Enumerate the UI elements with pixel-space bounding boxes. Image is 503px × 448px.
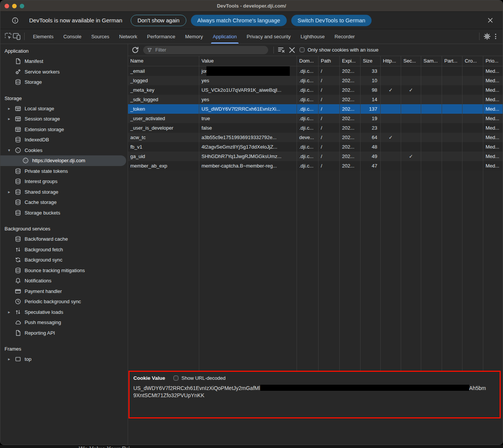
cell-expires[interactable]: 202...	[340, 76, 361, 85]
switch-devtools-german-button[interactable]: Switch DevTools to German	[291, 15, 372, 26]
cell-samesite[interactable]	[421, 152, 442, 161]
cell-path[interactable]: /	[319, 133, 340, 142]
sidebar-item-background-fetch[interactable]: Background fetch	[0, 244, 128, 255]
cell-size[interactable]: 19	[361, 114, 381, 123]
cell-cross[interactable]	[462, 161, 483, 171]
cell-partition[interactable]	[442, 66, 462, 76]
column-header-cross[interactable]: Cro...	[462, 56, 483, 66]
cookie-row-token[interactable]: _tokenUS_dWDY6V7f2RRCxh61EvnIzXi....dji.…	[128, 104, 503, 114]
column-header-expires[interactable]: Expi...	[340, 56, 361, 66]
sidebar-item-storage-buckets[interactable]: Storage buckets	[0, 208, 128, 218]
column-header-http[interactable]: Http...	[381, 56, 401, 66]
cell-secure[interactable]	[401, 66, 421, 76]
cell-domain[interactable]: .dji.c...	[297, 114, 319, 123]
cell-size[interactable]: 47	[361, 161, 381, 171]
close-window-button[interactable]	[5, 4, 9, 8]
tab-lighthouse[interactable]: Lighthouse	[296, 29, 330, 44]
sidebar-item-bounce-tracking-mitigations[interactable]: Bounce tracking mitigations	[0, 265, 128, 276]
cell-secure[interactable]	[401, 114, 421, 123]
chevron-right-icon[interactable]: ▸	[6, 187, 12, 197]
cell-value[interactable]: member-captcha.B~member-reg...	[199, 161, 297, 171]
cell-domain[interactable]: deve...	[297, 133, 319, 142]
cookie-row-fb-v1[interactable]: fb_v14t2agvSeGmz8YjSg17ddXeloJjZ....dji.…	[128, 142, 503, 152]
cookie-row-logged[interactable]: _loggedyes.dji.c.../202...10Med...	[128, 76, 503, 85]
cell-http[interactable]	[381, 76, 401, 85]
cell-path[interactable]: /	[319, 95, 340, 104]
cookie-row-email[interactable]: _emailjor.dji.c.../202...33Med...	[128, 66, 503, 76]
cell-domain[interactable]: .dji.c...	[297, 152, 319, 161]
fullscreen-window-button[interactable]	[20, 4, 24, 8]
cell-priority[interactable]: Med...	[483, 76, 503, 85]
cell-expires[interactable]: 202...	[340, 104, 361, 114]
cell-partition[interactable]	[442, 123, 462, 133]
cell-cross[interactable]	[462, 133, 483, 142]
cell-secure[interactable]	[401, 95, 421, 104]
cell-size[interactable]: 14	[361, 95, 381, 104]
cell-cross[interactable]	[462, 104, 483, 114]
cell-value[interactable]: US_dWDY6V7f2RRCxh61EvnIzXi...	[199, 104, 297, 114]
cell-samesite[interactable]	[421, 95, 442, 104]
cell-value[interactable]: jor	[199, 66, 297, 76]
cell-path[interactable]: /	[319, 66, 340, 76]
cell-partition[interactable]	[442, 85, 462, 95]
cell-partition[interactable]	[442, 76, 462, 85]
always-match-language-button[interactable]: Always match Chrome's language	[191, 15, 287, 26]
cookie-row-user-is-developer[interactable]: _user_is_developerfalse.dji.c.../202...2…	[128, 123, 503, 133]
column-header-size[interactable]: Size	[361, 56, 381, 66]
cell-samesite[interactable]	[421, 104, 442, 114]
cell-http[interactable]	[381, 142, 401, 152]
cell-value[interactable]: 4t2agvSeGmz8YjSg17ddXeloJjZ...	[199, 142, 297, 152]
cell-samesite[interactable]	[421, 66, 442, 76]
sidebar-item-push-messaging[interactable]: Push messaging	[0, 317, 128, 328]
column-header-samesite[interactable]: Sam...	[421, 56, 442, 66]
cell-priority[interactable]: Med...	[483, 133, 503, 142]
cell-priority[interactable]: Med...	[483, 104, 503, 114]
cell-cross[interactable]	[462, 142, 483, 152]
delete-cookies-icon[interactable]	[288, 46, 296, 54]
filter-input[interactable]: Filter	[143, 46, 268, 54]
cell-value[interactable]: true	[199, 114, 297, 123]
cell-expires[interactable]: 202...	[340, 114, 361, 123]
tab-application[interactable]: Application	[208, 29, 242, 44]
column-header-value[interactable]: Value	[199, 56, 297, 66]
cell-priority[interactable]: Med...	[483, 123, 503, 133]
cookie-row-acw-tc[interactable]: acw_tca3b55c9e17519936919332792e...deve.…	[128, 133, 503, 142]
cell-partition[interactable]	[442, 161, 462, 171]
tab-console[interactable]: Console	[58, 29, 86, 44]
cell-samesite[interactable]	[421, 161, 442, 171]
cell-http[interactable]: ✓	[381, 133, 401, 142]
clear-filter-icon[interactable]	[277, 46, 286, 54]
sidebar-item-service-workers[interactable]: Service workers	[0, 67, 128, 77]
cell-priority[interactable]: Med...	[483, 95, 503, 104]
cell-samesite[interactable]	[421, 133, 442, 142]
sidebar-item-cookies[interactable]: ▾Cookies	[0, 145, 128, 156]
cell-path[interactable]: /	[319, 161, 340, 171]
cell-samesite[interactable]	[421, 85, 442, 95]
cell-partition[interactable]	[442, 104, 462, 114]
cell-priority[interactable]: Med...	[483, 161, 503, 171]
cell-http[interactable]	[381, 114, 401, 123]
cell-secure[interactable]	[401, 104, 421, 114]
cell-partition[interactable]	[442, 152, 462, 161]
settings-gear-icon[interactable]	[483, 32, 491, 41]
sidebar-item-https-developer-dji-com[interactable]: https://developer.dji.com	[0, 155, 126, 166]
cell-domain[interactable]: .dji.c...	[297, 161, 319, 171]
close-infobar-icon[interactable]	[487, 17, 494, 23]
cell-value[interactable]: US_VCk2o1U7qVAR91K_aiweBqjl...	[199, 85, 297, 95]
cell-domain[interactable]: .dji.c...	[297, 85, 319, 95]
show-url-decoded-checkbox[interactable]	[173, 376, 178, 381]
cell-secure[interactable]	[401, 123, 421, 133]
dont-show-again-button[interactable]: Don't show again	[131, 15, 186, 26]
cell-http[interactable]	[381, 152, 401, 161]
sidebar-item-storage[interactable]: Storage	[0, 77, 128, 88]
tab-recorder[interactable]: Recorder	[330, 29, 359, 44]
cell-secure[interactable]	[401, 142, 421, 152]
sidebar-item-reporting-api[interactable]: Reporting API	[0, 328, 128, 338]
tab-memory[interactable]: Memory	[180, 29, 208, 44]
cell-name[interactable]: member_ab_exp	[128, 161, 199, 171]
cell-size[interactable]: 33	[361, 66, 381, 76]
sidebar-item-notifications[interactable]: Notifications	[0, 276, 128, 286]
cell-http[interactable]	[381, 161, 401, 171]
cell-http[interactable]	[381, 104, 401, 114]
cell-value[interactable]: SHhGDhR7Yq1JwgRJMGGksUmz...	[199, 152, 297, 161]
